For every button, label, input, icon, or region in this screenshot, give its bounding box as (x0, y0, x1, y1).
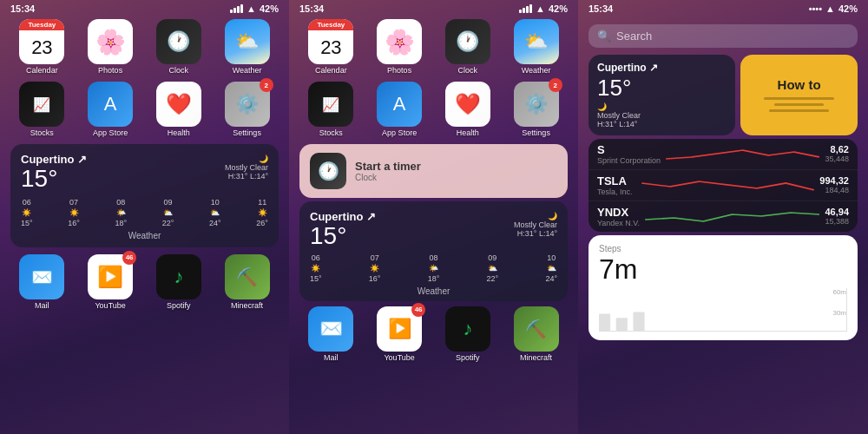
app-label-stocks-p1: Stocks (30, 128, 54, 137)
howto-widget[interactable]: How to (740, 55, 858, 135)
mail-icon-p1: ✉️ (19, 254, 64, 299)
app-label-calendar-p1: Calendar (26, 66, 58, 75)
stock-row-s: S Sprint Corporation 8,62 35,448 (589, 139, 858, 170)
app-minecraft-p2[interactable]: ⛏️ Minecraft (504, 306, 568, 362)
siri-title: Start a timer (355, 160, 421, 173)
weather-icon-p1: ⛅ (225, 19, 270, 64)
app-label-weather-p2: Weather (522, 66, 551, 75)
app-appstore-p1[interactable]: A App Store (79, 82, 142, 137)
app-label-spotify-p2: Spotify (456, 353, 480, 362)
bottom-apps-p2: ✉️ Mail ▶️ 46 YouTube ♪ Spotify ⛏️ Minec… (289, 303, 578, 365)
app-label-health-p2: Health (457, 128, 479, 137)
mail-icon-p2: ✉️ (308, 306, 353, 352)
weather-temp-p1: 15° (21, 166, 87, 193)
app-grid-row2-p2: 📈 Stocks A App Store ❤️ Health ⚙️ 2 Sett… (289, 78, 578, 141)
app-label-settings-p1: Settings (233, 128, 261, 137)
app-spotify-p1[interactable]: ♪ Spotify (148, 254, 211, 310)
wifi-icon-3: ▲ (825, 3, 835, 14)
weather-info-p2: 🌙 Mostly Clear H:31° L:14° (514, 212, 557, 238)
stocks-icon-p2: 📈 (308, 82, 353, 127)
weather-widget-p2: Cupertino ↗ 15° 🌙 Mostly Clear H:31° L:1… (299, 201, 568, 301)
app-spotify-p2[interactable]: ♪ Spotify (437, 306, 500, 362)
sparkline-tsla (641, 174, 814, 195)
signal-3: •••• (809, 3, 822, 14)
app-settings-p2[interactable]: ⚙️ 2 Settings (504, 82, 568, 137)
spotify-icon-p1: ♪ (156, 254, 201, 299)
status-bar-2: 15:34 ▲ 42% (289, 0, 578, 16)
app-calendar-p1[interactable]: Tuesday 23 Calendar (10, 19, 74, 75)
app-label-spotify-p1: Spotify (167, 301, 191, 310)
app-weather-p1[interactable]: ⛅ Weather (215, 19, 279, 75)
cal-day-p1: 23 (19, 30, 64, 64)
app-clock-p1[interactable]: 🕐 Clock (148, 19, 211, 75)
wifi-icon-2: ▲ (536, 3, 545, 14)
stock-change-tsla: 184,48 (819, 186, 849, 194)
search-icon: 🔍 (597, 30, 611, 43)
app-weather-p2[interactable]: ⛅ Weather (504, 19, 568, 75)
weather-temp-p2: 15° (310, 223, 376, 250)
app-photos-p2[interactable]: 🌸 Photos (368, 19, 431, 75)
app-label-weather-p1: Weather (233, 66, 262, 75)
app-photos-p1[interactable]: 🌸 Photos (79, 19, 142, 75)
health-icon-p2: ❤️ (445, 82, 490, 127)
bottom-apps-p1: ✉️ Mail ▶️ 46 YouTube ♪ Spotify ⛏️ Minec… (0, 251, 289, 313)
app-health-p1[interactable]: ❤️ Health (148, 82, 211, 137)
app-settings-p1[interactable]: ⚙️ 2 Settings (215, 82, 279, 137)
chart-label-30: 30m (832, 309, 846, 317)
minecraft-icon-p2: ⛏️ (514, 306, 559, 352)
weather-label-p2: Weather (310, 286, 557, 296)
howto-title: How to (778, 77, 821, 92)
app-label-calendar-p2: Calendar (315, 66, 347, 75)
app-mail-p2[interactable]: ✉️ Mail (299, 306, 363, 362)
app-stocks-p1[interactable]: 📈 Stocks (10, 82, 74, 137)
cal-dayname-p1: Tuesday (19, 19, 64, 30)
settings-badge-p1: 2 (260, 78, 273, 92)
search-placeholder: Search (616, 30, 652, 43)
app-minecraft-p1[interactable]: ⛏️ Minecraft (215, 254, 279, 310)
app-label-mail-p1: Mail (35, 301, 49, 310)
battery-3: 42% (838, 3, 858, 14)
panel-1: 15:34 ▲ 42% Tuesday 23 Calendar 🌸 Photos… (0, 0, 289, 434)
stock-row-yndx: YNDX Yandex N.V. 46,94 15,388 (589, 201, 858, 232)
appstore-icon-p1: A (88, 82, 133, 127)
svg-rect-0 (599, 313, 610, 331)
health-label: Steps (599, 244, 847, 253)
time-3: 15:34 (589, 3, 613, 14)
app-mail-p1[interactable]: ✉️ Mail (10, 254, 74, 310)
health-steps: 7m (599, 255, 847, 283)
app-grid-row2-p1: 📈 Stocks A App Store ❤️ Health ⚙️ 2 Sett… (0, 78, 289, 141)
app-label-stocks-p2: Stocks (319, 128, 343, 137)
svg-rect-1 (616, 318, 628, 331)
youtube-badge-p2: 46 (411, 303, 425, 317)
howto-line-3 (769, 109, 829, 112)
weather-label-p1: Weather (21, 231, 268, 240)
settings-badge-p2: 2 (549, 78, 562, 92)
battery-2: 42% (549, 3, 568, 14)
appstore-icon-p2: A (377, 82, 422, 127)
signal-1 (230, 4, 243, 13)
app-calendar-p2[interactable]: Tuesday 23 Calendar (299, 19, 363, 75)
siri-clock-icon: 🕐 (310, 153, 346, 189)
app-stocks-p2[interactable]: 📈 Stocks (299, 82, 363, 137)
app-youtube-p2[interactable]: ▶️ 46 YouTube (368, 306, 431, 362)
weather-hl-p3: H:31° L:14° (597, 120, 727, 128)
weather-info-p1: 🌙 Mostly Clear H:31° L:14° (225, 155, 268, 181)
app-clock-p2[interactable]: 🕐 Clock (437, 19, 500, 75)
app-health-p2[interactable]: ❤️ Health (437, 82, 500, 137)
app-appstore-p2[interactable]: A App Store (368, 82, 431, 137)
siri-suggestion-card[interactable]: 🕐 Start a timer Clock (299, 144, 568, 198)
app-label-photos-p1: Photos (98, 66, 122, 75)
stock-price-tsla: 994,32 (819, 175, 849, 186)
status-bar-3: 15:34 •••• ▲ 42% (578, 0, 868, 16)
settings-icon-p2: ⚙️ 2 (514, 82, 559, 127)
weather-city-p2: Cupertino ↗ (310, 210, 376, 223)
stocks-widget: S Sprint Corporation 8,62 35,448 TSLA Te… (589, 139, 858, 232)
stock-price-yndx: 46,94 (825, 207, 849, 217)
app-label-health-p1: Health (168, 128, 190, 137)
app-youtube-p1[interactable]: ▶️ 46 YouTube (79, 254, 142, 310)
weather-widget-p1: Cupertino ↗ 15° 🌙 Mostly Clear H:31° L:1… (10, 144, 279, 247)
search-bar[interactable]: 🔍 Search (589, 24, 858, 48)
youtube-icon-p1: ▶️ 46 (88, 254, 133, 299)
weather-icon-p2: ⛅ (514, 19, 559, 64)
status-bar-1: 15:34 ▲ 42% (0, 0, 289, 16)
